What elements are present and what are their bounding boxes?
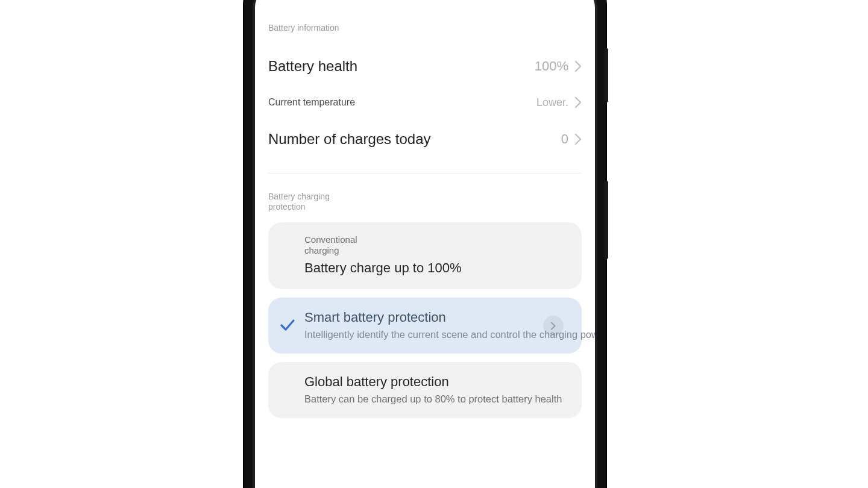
card-title: Smart battery protection bbox=[304, 310, 567, 325]
card-title: Global battery protection bbox=[304, 374, 567, 390]
card-smart-battery-protection[interactable]: Smart battery protection Intelligently i… bbox=[268, 298, 582, 354]
phone-side-button bbox=[605, 181, 608, 259]
card-kicker: Conventional charging bbox=[304, 234, 389, 257]
row-label: Current temperature bbox=[268, 96, 355, 108]
row-charges-today[interactable]: Number of charges today 0 bbox=[268, 120, 582, 158]
row-value: 0 bbox=[561, 131, 568, 147]
phone-side-button bbox=[605, 48, 608, 102]
phone-screen: Battery information Battery health 100% … bbox=[255, 0, 595, 488]
chevron-right-icon bbox=[574, 96, 582, 108]
divider bbox=[268, 173, 582, 174]
card-subtitle: Battery can be charged up to 80% to prot… bbox=[304, 393, 567, 405]
phone-frame: Battery information Battery health 100% … bbox=[244, 0, 606, 488]
card-conventional-charging[interactable]: Conventional charging Battery charge up … bbox=[268, 222, 582, 290]
section-header-battery-info: Battery information bbox=[268, 23, 341, 34]
section-header-charging-protection: Battery charging protection bbox=[268, 192, 353, 213]
row-value: 100% bbox=[535, 58, 568, 74]
chevron-right-icon bbox=[574, 133, 582, 145]
card-subtitle: Intelligently identify the current scene… bbox=[304, 329, 567, 340]
row-label: Number of charges today bbox=[268, 131, 430, 148]
chevron-right-icon bbox=[574, 60, 582, 72]
row-value: Lower. bbox=[536, 96, 568, 109]
row-current-temperature[interactable]: Current temperature Lower. bbox=[268, 86, 582, 120]
row-label: Battery health bbox=[268, 58, 357, 75]
card-global-battery-protection[interactable]: Global battery protection Battery can be… bbox=[268, 362, 582, 418]
card-title: Battery charge up to 100% bbox=[304, 260, 567, 276]
check-icon bbox=[279, 316, 296, 336]
row-battery-health[interactable]: Battery health 100% bbox=[268, 47, 582, 86]
